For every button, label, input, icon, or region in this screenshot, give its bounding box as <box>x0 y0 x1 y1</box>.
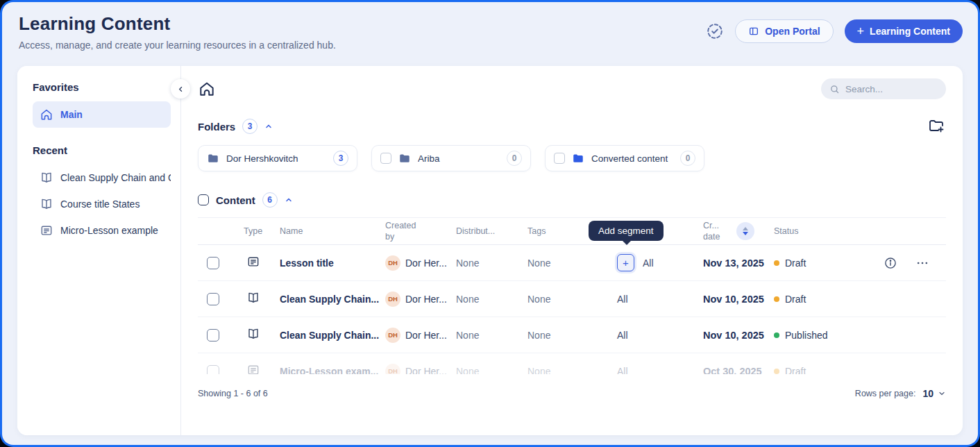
more-actions-icon[interactable] <box>915 256 929 270</box>
home-icon <box>40 108 53 121</box>
rows-per-page-select[interactable]: 10 <box>922 388 946 399</box>
folder-count-badge: 0 <box>680 151 695 166</box>
lesson-doc-icon <box>246 255 260 269</box>
plus-icon: + <box>857 25 865 37</box>
content-name-link[interactable]: Lesson title <box>280 258 334 269</box>
plus-icon: + <box>623 257 629 269</box>
tags-value: None <box>527 294 598 305</box>
folder-icon <box>207 152 219 165</box>
sidebar-collapse-button[interactable] <box>171 79 190 99</box>
creator-name: Dor Her... <box>405 366 447 375</box>
folder-card[interactable]: Converted content 0 <box>545 145 704 171</box>
tags-value: None <box>527 258 598 269</box>
folder-icon <box>398 152 411 165</box>
row-checkbox[interactable] <box>207 365 219 375</box>
recent-item-label: Clean Supply Chain and Co... <box>60 172 171 183</box>
col-name[interactable]: Name <box>280 226 385 237</box>
page-title: Learning Content <box>19 13 336 35</box>
sidebar-recent-item[interactable]: Clean Supply Chain and Co... <box>33 165 171 191</box>
course-book-icon <box>246 327 260 341</box>
col-created-by[interactable]: Created by <box>385 220 427 243</box>
avatar: DH <box>385 328 400 343</box>
table-row[interactable]: Clean Supply Chain... DHDor Her... None … <box>198 317 946 353</box>
folder-checkbox[interactable] <box>554 153 565 164</box>
status-label: Draft <box>785 366 806 375</box>
creator-name: Dor Her... <box>405 258 447 269</box>
add-folder-icon[interactable] <box>928 117 945 134</box>
search-box[interactable] <box>821 78 946 99</box>
add-segment-button[interactable]: + <box>617 254 634 271</box>
row-checkbox[interactable] <box>207 257 219 269</box>
add-content-label: Learning Content <box>870 26 950 37</box>
segments-value: All <box>617 330 628 341</box>
col-created-date[interactable]: Cr... date <box>703 220 774 243</box>
content-section: Content 6 Add segment Type Name Created … <box>198 192 946 399</box>
col-type[interactable]: Type <box>228 226 280 237</box>
content-title: Content <box>216 194 255 206</box>
content-count-badge: 6 <box>262 192 278 208</box>
status-label: Published <box>785 330 828 341</box>
created-date-value: Oct 30, 2025 <box>703 366 774 375</box>
sidebar: Favorites Main Recent Clean Supply Chain… <box>17 66 181 435</box>
select-all-checkbox[interactable] <box>198 194 209 205</box>
row-checkbox[interactable] <box>207 329 219 341</box>
chevron-up-icon[interactable] <box>285 196 293 204</box>
avatar: DH <box>385 255 400 271</box>
info-icon[interactable] <box>884 256 897 270</box>
sidebar-recent-item[interactable]: Course title States <box>33 191 171 217</box>
page-subtitle: Access, manage, and create your learning… <box>19 40 336 51</box>
col-status[interactable]: Status <box>774 226 863 237</box>
table-row[interactable]: Lesson title DHDor Her... None None + Al… <box>198 245 946 281</box>
status-dot <box>774 260 779 266</box>
panel-icon <box>748 26 759 37</box>
sort-button[interactable] <box>736 222 754 240</box>
segments-value: All <box>643 258 654 269</box>
tags-value: None <box>527 366 598 375</box>
content-name-link[interactable]: Micro-Lesson exam... <box>280 366 378 375</box>
course-book-icon <box>246 291 260 305</box>
segments-value: All <box>617 294 628 305</box>
folder-checkbox[interactable] <box>380 153 391 164</box>
chevron-down-icon <box>938 389 946 398</box>
add-segment-tooltip: Add segment <box>589 221 664 241</box>
segments-value: All <box>617 366 628 375</box>
content-name-link[interactable]: Clean Supply Chain... <box>280 330 379 341</box>
recent-heading: Recent <box>33 144 171 156</box>
add-learning-content-button[interactable]: + Learning Content <box>845 19 963 43</box>
created-date-value: Nov 13, 2025 <box>703 258 774 269</box>
progress-check-icon[interactable] <box>706 22 724 40</box>
rows-per-page-label: Rows per page: <box>855 389 916 398</box>
folder-name: Dor Hershkovitch <box>226 153 326 164</box>
breadcrumb-home-icon[interactable] <box>198 80 216 98</box>
chevron-up-icon[interactable] <box>264 122 273 130</box>
folders-title: Folders <box>198 121 235 133</box>
distribution-value: None <box>456 294 527 305</box>
sidebar-item-main[interactable]: Main <box>33 101 171 128</box>
col-distribution[interactable]: Distribut... <box>456 226 527 237</box>
col-tags[interactable]: Tags <box>527 226 598 237</box>
table-header-row: Type Name Created by Distribut... Tags C… <box>198 217 946 245</box>
open-portal-label: Open Portal <box>765 26 820 37</box>
sidebar-recent-item[interactable]: Micro-Lesson example <box>33 217 171 244</box>
status-dot <box>774 369 779 374</box>
folder-name: Converted content <box>591 153 673 164</box>
search-input[interactable] <box>845 84 938 94</box>
distribution-value: None <box>456 330 527 341</box>
chevron-left-icon <box>177 85 185 93</box>
row-checkbox[interactable] <box>207 293 219 305</box>
folder-name: Ariba <box>418 153 500 164</box>
open-portal-button[interactable]: Open Portal <box>735 19 833 43</box>
content-name-link[interactable]: Clean Supply Chain... <box>280 294 379 305</box>
distribution-value: None <box>456 366 527 375</box>
folder-count-badge: 3 <box>333 151 348 166</box>
status-dot <box>774 296 779 302</box>
status-label: Draft <box>785 258 806 269</box>
favorites-heading: Favorites <box>33 81 171 93</box>
table-row[interactable]: Clean Supply Chain... DHDor Her... None … <box>198 281 946 317</box>
folders-section: Folders 3 Dor Hershkovitch 3 <box>198 119 946 171</box>
created-date-value: Nov 10, 2025 <box>703 294 774 305</box>
table-row[interactable]: Micro-Lesson exam... DHDor Her... None N… <box>198 353 946 374</box>
folder-card[interactable]: Ariba 0 <box>371 145 531 171</box>
folder-card[interactable]: Dor Hershkovitch 3 <box>198 145 357 171</box>
creator-name: Dor Her... <box>405 330 447 341</box>
